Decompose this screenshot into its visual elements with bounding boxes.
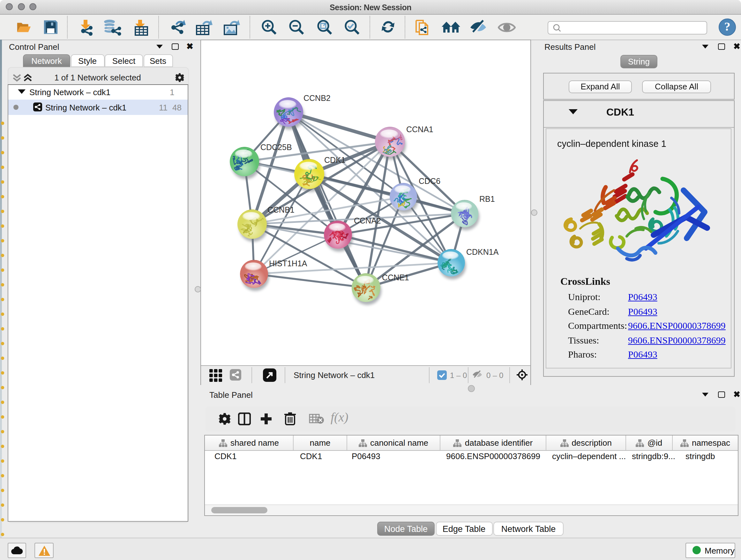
svg-text:CDC6: CDC6 [419,177,441,186]
svg-text:CCNA2: CCNA2 [354,216,381,225]
svg-text:HIST1H1A: HIST1H1A [269,259,307,268]
svg-text:CCNB1: CCNB1 [267,205,294,214]
svg-text:RB1: RB1 [479,194,495,203]
svg-text:CDKN1A: CDKN1A [466,247,499,256]
svg-text:CDK1: CDK1 [324,155,346,165]
svg-text:CCNB2: CCNB2 [304,94,331,103]
svg-text:CCNE1: CCNE1 [382,273,409,282]
svg-text:CCNA1: CCNA1 [406,125,433,134]
svg-text:CDC25B: CDC25B [260,143,292,152]
